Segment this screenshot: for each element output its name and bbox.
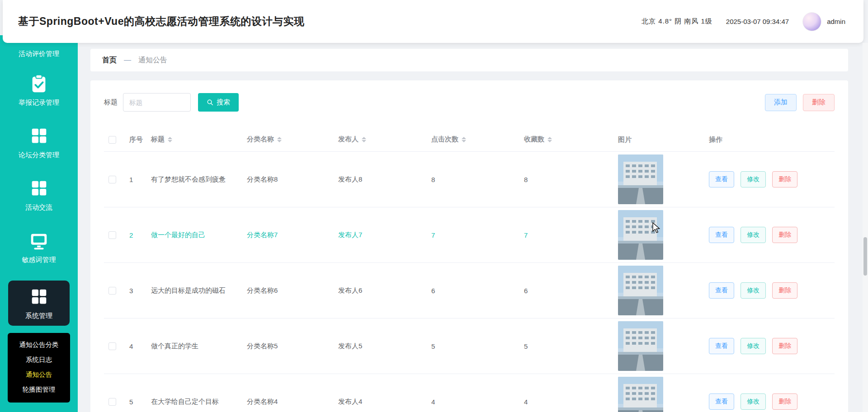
scrollbar-thumb[interactable] — [863, 237, 867, 276]
row-index: 1 — [125, 152, 146, 207]
table-row: 4 做个真正的学生 分类名称5 发布人5 5 5 查看 修改 — [104, 318, 835, 374]
grid-icon — [28, 287, 50, 308]
edit-button[interactable]: 修改 — [741, 282, 766, 299]
row-publisher: 发布人8 — [334, 152, 427, 207]
sidebar-item-activity-evaluation[interactable]: 活动评价管理 — [5, 50, 73, 61]
table-header-row: 序号 标题 分类名称 发布人 点击次数 收藏数 图片 操作 — [104, 128, 835, 152]
notice-image — [618, 266, 663, 315]
sort-caret-icon[interactable] — [277, 135, 282, 145]
col-header-category: 分类名称 — [242, 128, 334, 152]
sidebar-item-forum-category[interactable]: 论坛分类管理 — [5, 123, 73, 162]
row-category: 分类名称6 — [242, 263, 334, 318]
row-title: 做个真正的学生 — [146, 318, 242, 374]
col-header-favorites: 收藏数 — [519, 128, 613, 152]
row-clicks: 5 — [427, 318, 519, 374]
search-icon — [207, 99, 213, 106]
sort-caret-icon[interactable] — [462, 135, 466, 145]
view-button[interactable]: 查看 — [709, 393, 734, 410]
row-checkbox[interactable] — [108, 398, 116, 406]
sidebar-item-report-records[interactable]: 举报记录管理 — [5, 71, 73, 110]
header-right: 北京 4.8° 阴 南风 1级 2025-03-07 09:34:47 admi… — [642, 12, 845, 31]
row-title: 有了梦想就不会感到疲惫 — [146, 152, 242, 207]
row-index: 3 — [125, 263, 146, 318]
view-button[interactable]: 查看 — [709, 338, 734, 354]
row-clicks: 7 — [427, 207, 519, 263]
select-all-checkbox[interactable] — [108, 136, 116, 144]
delete-button[interactable]: 删除 — [772, 338, 797, 354]
app-title: 基于SpringBoot+Vue的高校志愿活动管理系统的设计与实现 — [18, 14, 304, 28]
sidebar-item-system-management[interactable]: 系统管理 — [8, 281, 70, 326]
col-header-publisher: 发布人 — [334, 128, 427, 152]
row-category: 分类名称7 — [242, 207, 334, 263]
row-checkbox[interactable] — [108, 176, 116, 183]
row-checkbox[interactable] — [108, 231, 116, 239]
breadcrumb: 首页 — 通知公告 — [90, 49, 848, 71]
view-button[interactable]: 查看 — [709, 282, 734, 299]
edit-button[interactable]: 修改 — [741, 171, 766, 187]
row-title: 远大的目标是成功的磁石 — [146, 263, 242, 318]
col-header-title: 标题 — [146, 128, 242, 152]
toolbar: 标题 搜索 添加 删除 — [104, 93, 835, 112]
delete-button[interactable]: 删除 — [772, 393, 797, 410]
sort-caret-icon[interactable] — [168, 135, 172, 145]
search-button[interactable]: 搜索 — [198, 93, 239, 112]
delete-button[interactable]: 删除 — [772, 171, 797, 187]
user-menu[interactable]: admin — [802, 12, 845, 31]
row-clicks: 4 — [427, 374, 519, 412]
notice-image — [618, 321, 663, 371]
row-category: 分类名称8 — [242, 152, 334, 207]
table-row: 2 做一个最好的自己 分类名称7 发布人7 7 7 查看 修改 — [104, 207, 835, 263]
col-header-actions: 操作 — [704, 128, 835, 152]
weather-info: 北京 4.8° 阴 南风 1级 — [642, 17, 712, 26]
delete-button[interactable]: 删除 — [772, 282, 797, 299]
breadcrumb-separator: — — [124, 56, 131, 64]
grid-icon — [28, 178, 50, 199]
row-favorites: 4 — [519, 374, 613, 412]
row-title: 在大学给自己定个目标 — [146, 374, 242, 412]
row-checkbox[interactable] — [108, 342, 116, 350]
row-publisher: 发布人5 — [334, 318, 427, 374]
row-category: 分类名称4 — [242, 374, 334, 412]
row-checkbox[interactable] — [108, 287, 116, 295]
avatar[interactable] — [802, 12, 821, 31]
delete-button[interactable]: 删除 — [772, 227, 797, 243]
row-favorites: 7 — [519, 207, 613, 263]
row-publisher: 发布人4 — [334, 374, 427, 412]
sidebar-item-sensitive-words[interactable]: 敏感词管理 — [5, 228, 73, 267]
submenu-item-notice-category[interactable]: 通知公告分类 — [8, 337, 70, 352]
view-button[interactable]: 查看 — [709, 227, 734, 243]
username: admin — [827, 18, 845, 25]
notice-image — [618, 154, 663, 204]
sidebar-item-activity-exchange[interactable]: 活动交流 — [5, 176, 73, 215]
monitor-icon — [28, 231, 50, 252]
notice-image — [618, 210, 663, 260]
edit-button[interactable]: 修改 — [741, 338, 766, 354]
submenu-item-system-log[interactable]: 系统日志 — [8, 352, 70, 367]
batch-delete-button[interactable]: 删除 — [803, 94, 835, 111]
row-favorites: 5 — [519, 318, 613, 374]
submenu-item-notice[interactable]: 通知公告 — [8, 367, 70, 382]
row-publisher: 发布人6 — [334, 263, 427, 318]
sidebar-submenu: 通知公告分类 系统日志 通知公告 轮播图管理 — [8, 333, 70, 403]
edit-button[interactable]: 修改 — [741, 393, 766, 410]
row-clicks: 8 — [427, 152, 519, 207]
sidebar: 活动评价管理 举报记录管理 论坛分类管理 — [0, 35, 78, 412]
sort-caret-icon[interactable] — [547, 135, 552, 145]
breadcrumb-home[interactable]: 首页 — [102, 56, 117, 65]
notice-panel: 标题 搜索 添加 删除 — [90, 80, 848, 412]
add-button[interactable]: 添加 — [765, 94, 797, 111]
search-input[interactable] — [123, 93, 191, 112]
notice-table: 序号 标题 分类名称 发布人 点击次数 收藏数 图片 操作 1 有了梦想就不会感… — [104, 128, 835, 412]
edit-button[interactable]: 修改 — [741, 227, 766, 243]
breadcrumb-current: 通知公告 — [138, 56, 167, 65]
table-body: 1 有了梦想就不会感到疲惫 分类名称8 发布人8 8 8 查看 修改 — [104, 152, 835, 412]
row-index: 2 — [125, 207, 146, 263]
submenu-item-carousel[interactable]: 轮播图管理 — [8, 382, 70, 397]
table-row: 1 有了梦想就不会感到疲惫 分类名称8 发布人8 8 8 查看 修改 — [104, 152, 835, 207]
col-header-image: 图片 — [613, 128, 704, 152]
notice-image — [618, 377, 663, 412]
view-button[interactable]: 查看 — [709, 171, 734, 187]
sort-caret-icon[interactable] — [362, 135, 366, 145]
row-favorites: 8 — [519, 152, 613, 207]
col-header-clicks: 点击次数 — [427, 128, 519, 152]
